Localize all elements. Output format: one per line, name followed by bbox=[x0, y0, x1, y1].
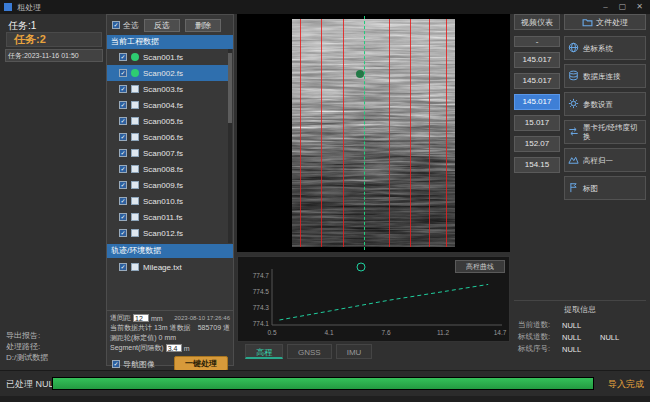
status-dot-icon bbox=[131, 53, 139, 61]
settings-block: 道间距 mm 2023-08-10 17:26:46 当前数据共计 13m 道数… bbox=[110, 313, 230, 353]
mountain-icon bbox=[568, 151, 579, 169]
file-list: ✓ Scan001.fs ✓ Scan002.fs ✓ Scan003.fs ✓… bbox=[107, 49, 229, 243]
file-list-item[interactable]: ✓ Scan004.fs bbox=[107, 97, 229, 113]
track-file-checkbox[interactable]: ✓ bbox=[119, 263, 127, 271]
flag-icon bbox=[568, 179, 579, 197]
file-name: Scan005.fs bbox=[143, 117, 183, 126]
file-icon bbox=[131, 149, 139, 157]
file-list-item[interactable]: ✓ Scan009.fs bbox=[107, 177, 229, 193]
file-name: Scan007.fs bbox=[143, 149, 183, 158]
extract-info-row: 标线序号: NULL bbox=[514, 343, 646, 355]
file-icon bbox=[131, 197, 139, 205]
file-list-item[interactable]: ✓ Scan006.fs bbox=[107, 129, 229, 145]
file-list-item[interactable]: ✓ Scan008.fs bbox=[107, 161, 229, 177]
file-checkbox[interactable]: ✓ bbox=[119, 101, 127, 109]
file-checkbox[interactable]: ✓ bbox=[119, 181, 127, 189]
file-checkbox[interactable]: ✓ bbox=[119, 149, 127, 157]
file-list-item[interactable]: ✓ Scan003.fs bbox=[107, 81, 229, 97]
value-button[interactable]: 154.15 bbox=[514, 157, 560, 173]
file-checkbox[interactable]: ✓ bbox=[119, 133, 127, 141]
file-list-scrollbar[interactable] bbox=[228, 49, 232, 243]
select-all-label: 全选 bbox=[123, 20, 139, 31]
elevation-line bbox=[279, 284, 488, 320]
value-button[interactable]: 145.017 bbox=[514, 52, 560, 68]
database-connect-button[interactable]: 数据库连接 bbox=[564, 64, 646, 88]
tab-elevation[interactable]: 高程 bbox=[245, 344, 283, 359]
one-key-process-button[interactable]: 一键处理 bbox=[174, 356, 228, 371]
tab-gnss[interactable]: GNSS bbox=[287, 344, 332, 359]
extract-row-label: 标线序号: bbox=[518, 344, 562, 354]
value-button[interactable]: 15.017 bbox=[514, 115, 560, 131]
process-path-label: 处理路径: bbox=[6, 341, 48, 352]
maximize-button[interactable]: ▢ bbox=[614, 0, 631, 14]
extract-info-row: 当前道数: NULL bbox=[514, 319, 646, 331]
radar-image[interactable] bbox=[292, 19, 455, 247]
file-name: Scan010.fs bbox=[143, 197, 183, 206]
file-checkbox[interactable]: ✓ bbox=[119, 69, 127, 77]
video-dashboard-header[interactable]: 视频仪表 bbox=[514, 14, 560, 30]
value-button[interactable]: 152.07 bbox=[514, 136, 560, 152]
task-2-item[interactable]: 任务:2 bbox=[6, 32, 102, 47]
elevation-curve-button[interactable]: 高程曲线 bbox=[455, 260, 505, 273]
position-marker-dot bbox=[356, 70, 364, 78]
select-all-checkbox[interactable]: ✓ bbox=[112, 21, 120, 29]
tool-button-label: 坐标系统 bbox=[583, 44, 613, 53]
file-panel: ✓ 全选 反选 删除 当前工程数据 ✓ Scan001.fs ✓ Scan002… bbox=[106, 14, 234, 366]
nav-image-checkbox[interactable]: ✓ bbox=[112, 360, 120, 368]
data-summary-label: 当前数据共计 13m 道数据 bbox=[110, 323, 191, 333]
elevation-normalize-button[interactable]: 高程归一 bbox=[564, 148, 646, 172]
globe-icon bbox=[568, 39, 579, 57]
file-list-item[interactable]: ✓ Scan002.fs bbox=[107, 65, 229, 81]
window-title: 粗处理 bbox=[17, 2, 41, 13]
scrollbar-thumb[interactable] bbox=[228, 53, 232, 123]
settings-divider bbox=[107, 310, 233, 311]
mercator-latlon-toggle-button[interactable]: 墨卡托/经纬度切换 bbox=[564, 120, 646, 144]
task-1-label[interactable]: 任务:1 bbox=[8, 19, 36, 33]
file-checkbox[interactable]: ✓ bbox=[119, 229, 127, 237]
tool-button-label: 高程归一 bbox=[583, 156, 613, 165]
close-button[interactable]: ✕ bbox=[631, 0, 648, 14]
title-bar: 粗处理 – ▢ ✕ bbox=[0, 0, 650, 14]
file-name: Scan012.fs bbox=[143, 229, 183, 238]
invert-selection-button[interactable]: 反选 bbox=[144, 19, 180, 32]
tab-imu[interactable]: IMU bbox=[336, 344, 373, 359]
extract-row-label: 当前道数: bbox=[518, 320, 562, 330]
file-checkbox[interactable]: ✓ bbox=[119, 165, 127, 173]
wheel-calibration-label: 测距轮(标定值) 0 mm bbox=[110, 333, 176, 343]
file-checkbox[interactable]: ✓ bbox=[119, 117, 127, 125]
value-button[interactable]: 145.017 bbox=[514, 73, 560, 89]
value-button[interactable]: 145.017 bbox=[514, 94, 560, 110]
file-list-item[interactable]: ✓ Scan011.fs bbox=[107, 209, 229, 225]
file-checkbox[interactable]: ✓ bbox=[119, 213, 127, 221]
gear-icon bbox=[568, 95, 579, 113]
file-checkbox[interactable]: ✓ bbox=[119, 85, 127, 93]
parameter-settings-button[interactable]: 参数设置 bbox=[564, 92, 646, 116]
mark-plot-button[interactable]: 标图 bbox=[564, 176, 646, 200]
file-list-item[interactable]: ✓ Scan010.fs bbox=[107, 193, 229, 209]
file-list-item[interactable]: ✓ Scan005.fs bbox=[107, 113, 229, 129]
extract-info-header: 提取信息 bbox=[514, 304, 646, 315]
file-icon bbox=[131, 263, 139, 271]
nav-image-label: 导航图像 bbox=[123, 359, 155, 370]
file-list-item[interactable]: ✓ Scan007.fs bbox=[107, 145, 229, 161]
file-list-item[interactable]: ✓ Scan001.fs bbox=[107, 49, 229, 65]
minimize-button[interactable]: – bbox=[597, 0, 614, 14]
file-checkbox[interactable]: ✓ bbox=[119, 197, 127, 205]
coordinate-system-button[interactable]: 坐标系统 bbox=[564, 36, 646, 60]
value-button[interactable]: - bbox=[514, 36, 560, 47]
track-file-item[interactable]: ✓ Mileage.txt bbox=[107, 259, 233, 275]
file-list-item[interactable]: ✓ Scan012.fs bbox=[107, 225, 229, 241]
file-name: Scan009.fs bbox=[143, 181, 183, 190]
file-checkbox[interactable]: ✓ bbox=[119, 53, 127, 61]
import-done-label[interactable]: 导入完成 bbox=[608, 378, 644, 391]
tool-button-label: 墨卡托/经纬度切换 bbox=[583, 123, 642, 141]
tool-button-label: 标图 bbox=[583, 184, 598, 193]
segment-interval-input[interactable] bbox=[166, 344, 182, 352]
trace-spacing-input[interactable] bbox=[133, 314, 149, 322]
file-name: Scan002.fs bbox=[143, 69, 183, 78]
file-process-header[interactable]: 文件处理 bbox=[564, 14, 646, 30]
delete-button[interactable]: 删除 bbox=[185, 19, 221, 32]
svg-text:4.1: 4.1 bbox=[324, 329, 333, 336]
elevation-chart-panel: 774.7774.5774.3774.10.54.17.611.214.7 高程… bbox=[237, 256, 510, 342]
radar-canvas[interactable] bbox=[237, 14, 510, 252]
